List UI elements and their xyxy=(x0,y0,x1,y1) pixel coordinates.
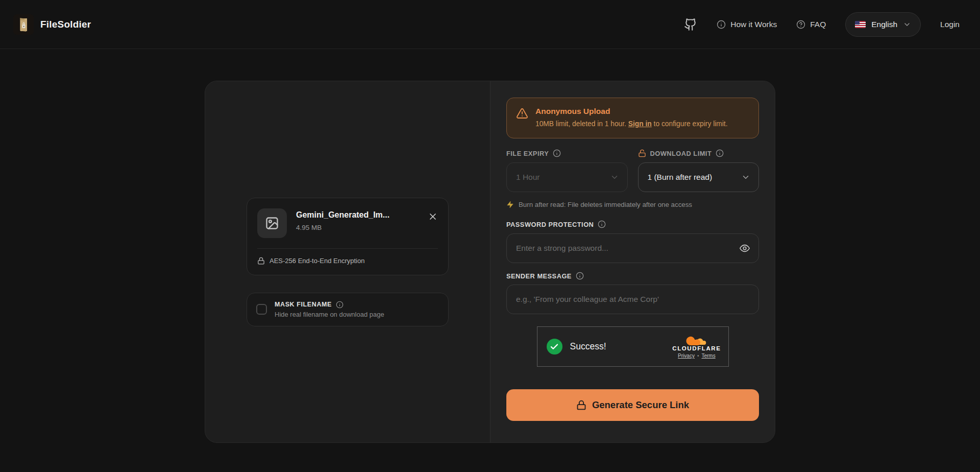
nav-faq[interactable]: FAQ xyxy=(796,20,826,29)
info-icon[interactable] xyxy=(553,149,561,157)
warning-body: 10MB limit, deleted in 1 hour. Sign in t… xyxy=(535,119,728,129)
brand[interactable]: FileSoldier xyxy=(13,14,91,35)
github-icon[interactable] xyxy=(684,18,697,31)
password-input[interactable] xyxy=(506,233,759,263)
mask-filename-card[interactable]: MASK FILENAME Hide real filename on down… xyxy=(247,293,449,326)
sender-message-input-wrap xyxy=(506,285,759,314)
brand-name: FileSoldier xyxy=(40,19,91,30)
terms-link[interactable]: Terms xyxy=(701,353,715,359)
nav-how-it-works-label: How it Works xyxy=(730,20,777,29)
file-card: Gemini_Generated_Im... 4.95 MB AES-256 E… xyxy=(247,198,449,275)
header-nav: How it Works FAQ English Login xyxy=(684,12,960,37)
file-expiry-value: 1 Hour xyxy=(516,173,540,182)
chevron-down-icon xyxy=(741,173,750,182)
image-icon xyxy=(265,216,279,230)
lightning-bolt-icon xyxy=(506,201,514,208)
download-limit-label: DOWNLOAD LIMIT xyxy=(650,150,712,157)
turnstile-status: Success! xyxy=(570,341,606,352)
info-icon[interactable] xyxy=(598,220,606,228)
mask-filename-description: Hide real filename on download page xyxy=(275,311,384,318)
cloudflare-brand: CLOUDFLARE Privacy • Terms xyxy=(672,335,721,359)
nav-how-it-works[interactable]: How it Works xyxy=(717,20,777,29)
lock-icon xyxy=(257,257,265,265)
language-selector[interactable]: English xyxy=(845,12,921,37)
sign-in-link[interactable]: Sign in xyxy=(628,120,652,128)
info-icon[interactable] xyxy=(336,301,344,309)
file-expiry-label: FILE EXPIRY xyxy=(506,150,549,157)
filesoldier-logo-icon xyxy=(13,14,34,35)
remove-file-button[interactable] xyxy=(428,208,438,222)
chevron-down-icon xyxy=(610,173,619,182)
sender-message-label: SENDER MESSAGE xyxy=(506,272,572,280)
mask-filename-checkbox[interactable] xyxy=(256,304,267,315)
language-label: English xyxy=(871,20,897,29)
download-limit-value: 1 (Burn after read) xyxy=(648,173,713,182)
success-check-icon xyxy=(547,339,562,355)
us-flag-icon xyxy=(855,21,866,28)
warning-title: Anonymous Upload xyxy=(535,107,728,116)
anonymous-upload-warning: Anonymous Upload 10MB limit, deleted in … xyxy=(506,98,759,138)
info-icon xyxy=(717,20,726,29)
info-icon[interactable] xyxy=(576,272,584,280)
show-password-eye-icon[interactable] xyxy=(739,243,750,254)
password-label-row: PASSWORD PROTECTION xyxy=(506,220,759,229)
burn-note-text: Burn after read: File deletes immediatel… xyxy=(519,201,692,208)
header: FileSoldier How it Works FAQ English xyxy=(0,0,980,49)
file-expiry-label-row: FILE EXPIRY xyxy=(506,149,628,158)
close-icon xyxy=(428,211,438,222)
sender-message-input[interactable] xyxy=(506,285,759,314)
generate-secure-link-button[interactable]: Generate Secure Link xyxy=(506,389,759,421)
cloudflare-turnstile-widget: Success! CLOUDFLARE Privacy • Terms xyxy=(537,326,729,367)
download-limit-select[interactable]: 1 (Burn after read) xyxy=(638,162,760,192)
upload-panel: Gemini_Generated_Im... 4.95 MB AES-256 E… xyxy=(205,81,775,443)
file-name: Gemini_Generated_Im... xyxy=(296,210,389,220)
expiry-limit-grid: FILE EXPIRY 1 Hour DOWNLOAD LIMIT xyxy=(506,149,759,192)
download-limit-label-row: DOWNLOAD LIMIT xyxy=(638,149,760,158)
chevron-down-icon xyxy=(903,20,911,29)
login-link[interactable]: Login xyxy=(940,20,960,29)
sender-message-label-row: SENDER MESSAGE xyxy=(506,271,759,280)
info-icon[interactable] xyxy=(716,149,724,157)
file-thumbnail xyxy=(257,208,287,238)
file-drop-area: Gemini_Generated_Im... 4.95 MB AES-256 E… xyxy=(205,81,491,442)
burn-after-read-note: Burn after read: File deletes immediatel… xyxy=(506,201,759,208)
divider xyxy=(257,248,438,249)
settings-panel: Anonymous Upload 10MB limit, deleted in … xyxy=(491,81,775,442)
lock-icon xyxy=(576,400,586,410)
file-expiry-field: FILE EXPIRY 1 Hour xyxy=(506,149,628,192)
file-expiry-select[interactable]: 1 Hour xyxy=(506,162,628,192)
cloudflare-wordmark: CLOUDFLARE xyxy=(672,345,721,351)
password-protection-label: PASSWORD PROTECTION xyxy=(506,221,594,228)
mask-filename-label: MASK FILENAME xyxy=(275,301,332,308)
cloudflare-cloud-icon xyxy=(685,335,708,346)
generate-secure-link-label: Generate Secure Link xyxy=(592,399,689,411)
encryption-badge: AES-256 End-to-End Encryption xyxy=(257,257,438,265)
warning-triangle-icon xyxy=(516,107,528,120)
unlock-icon xyxy=(638,149,646,157)
privacy-link[interactable]: Privacy xyxy=(678,353,695,359)
dot-separator: • xyxy=(697,353,699,359)
turnstile-links: Privacy • Terms xyxy=(678,353,716,359)
file-size: 4.95 MB xyxy=(296,224,389,231)
nav-faq-label: FAQ xyxy=(810,20,826,29)
encryption-label: AES-256 End-to-End Encryption xyxy=(270,257,364,265)
question-circle-icon xyxy=(796,20,805,29)
download-limit-field: DOWNLOAD LIMIT 1 (Burn after read) xyxy=(638,149,760,192)
password-input-wrap xyxy=(506,233,759,263)
